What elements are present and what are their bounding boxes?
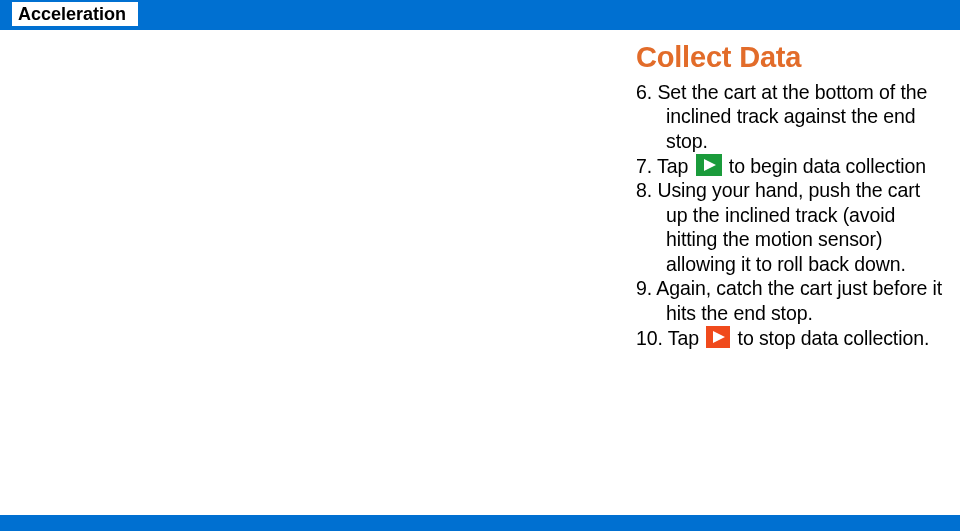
step-7: 7. Tap to begin data collection	[636, 154, 946, 179]
footer-bar	[0, 515, 960, 531]
step-text-before: Tap	[668, 327, 699, 349]
step-10: 10. Tap to stop data collection.	[636, 326, 946, 351]
steps-list: 6. Set the cart at the bottom of the inc…	[636, 80, 946, 350]
step-number: 9.	[636, 276, 652, 301]
step-text: Set the cart at the bottom of the inclin…	[657, 81, 927, 152]
step-text-after: to begin data collection	[729, 155, 926, 177]
step-text: Again, catch the cart just before it hit…	[656, 277, 942, 324]
content-panel: Collect Data 6. Set the cart at the bott…	[636, 42, 946, 350]
stop-play-icon	[706, 326, 730, 348]
step-8: 8. Using your hand, push the cart up the…	[636, 178, 946, 276]
step-text: Using your hand, push the cart up the in…	[657, 179, 920, 275]
page-title: Acceleration	[12, 2, 138, 26]
header-bar: Acceleration	[0, 0, 960, 30]
section-title: Collect Data	[636, 42, 946, 74]
step-number: 6.	[636, 80, 652, 105]
play-icon	[696, 154, 722, 176]
step-number: 7.	[636, 154, 652, 179]
step-9: 9. Again, catch the cart just before it …	[636, 276, 946, 325]
step-text-after: to stop data collection.	[738, 327, 930, 349]
step-number: 10.	[636, 326, 663, 351]
step-text-before: Tap	[657, 155, 688, 177]
step-number: 8.	[636, 178, 652, 203]
step-6: 6. Set the cart at the bottom of the inc…	[636, 80, 946, 154]
